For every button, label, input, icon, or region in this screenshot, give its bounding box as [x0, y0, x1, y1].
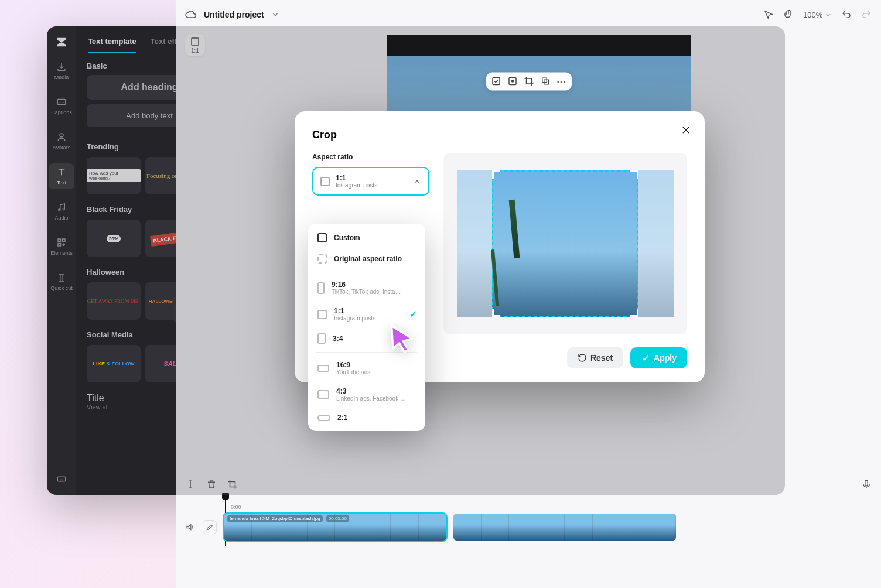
rail-audio[interactable]: Audio — [49, 199, 74, 224]
clip-filename: fernando-brasil-XM_2oqcbpIQ-unsplash.jpg — [227, 515, 323, 522]
delete-icon[interactable] — [206, 479, 217, 490]
ratio-option-16-9[interactable]: 16:9YouTube ads — [308, 355, 425, 381]
ratio-option-2-1[interactable]: 2:1 — [308, 408, 425, 428]
undo-icon[interactable] — [841, 9, 852, 20]
more-icon[interactable]: ⋯ — [556, 76, 567, 87]
ratio-icon — [317, 282, 325, 294]
svg-rect-4 — [58, 239, 61, 242]
text-cursor-icon[interactable] — [185, 479, 196, 490]
timeline: 0:00 fernando-brasil-XM_2oqcbpIQ-unsplas… — [176, 471, 881, 588]
animate-icon[interactable] — [507, 76, 518, 87]
modal-title: Crop — [312, 129, 687, 141]
layer-icon[interactable] — [540, 76, 551, 87]
timeline-clip[interactable] — [453, 514, 676, 541]
ratio-option-original[interactable]: Original aspect ratio — [308, 248, 425, 269]
clip-duration: 00:05:00 — [326, 515, 349, 522]
svg-rect-7 — [57, 477, 66, 481]
crop-handle-tr[interactable] — [630, 170, 638, 179]
svg-rect-0 — [57, 100, 66, 105]
reset-button[interactable]: Reset — [567, 347, 623, 368]
crop-mask — [638, 170, 674, 317]
selected-check-icon: ✓ — [409, 309, 417, 320]
rail-captions[interactable]: Captions — [49, 93, 74, 119]
ratio-square-icon — [320, 177, 330, 186]
svg-point-1 — [60, 134, 63, 137]
ratio-option-4-3[interactable]: 4:3LinkedIn ads, Facebook vid… — [308, 381, 425, 408]
ratio-option-custom[interactable]: Custom — [308, 227, 425, 248]
ratio-chip-label: 1:1 — [191, 47, 199, 54]
ratio-icon — [191, 37, 199, 46]
topbar: Untitled project 100% — [176, 0, 881, 29]
cloud-sync-icon — [185, 9, 197, 20]
rail-text[interactable]: Text — [49, 163, 74, 189]
nav-rail: Media Captions Avatars Text Audio Elemen… — [47, 26, 76, 495]
mic-icon[interactable] — [861, 479, 872, 490]
canvas-ratio-chip[interactable]: 1:1 — [185, 34, 205, 56]
svg-point-10 — [512, 80, 514, 82]
rail-keyboard-icon[interactable] — [49, 470, 74, 488]
crop-icon[interactable] — [227, 479, 238, 490]
section-sm-title: Social Media — [87, 330, 133, 339]
project-menu-chevron-icon[interactable] — [271, 11, 279, 19]
aspect-ratio-label: Aspect ratio — [312, 153, 429, 161]
svg-rect-6 — [58, 244, 61, 247]
svg-rect-5 — [63, 239, 66, 242]
ratio-icon — [317, 310, 327, 319]
redo-icon[interactable] — [861, 9, 872, 20]
ratio-icon — [317, 390, 329, 399]
selected-ratio: 1:1 — [336, 174, 377, 182]
svg-point-2 — [59, 209, 60, 211]
svg-point-3 — [63, 208, 64, 210]
timeline-clip[interactable]: fernando-brasil-XM_2oqcbpIQ-unsplash.jpg… — [224, 514, 446, 541]
timecode: 0:00 — [231, 504, 872, 510]
crop-handle-bl[interactable] — [492, 309, 500, 317]
track-edit-icon[interactable] — [203, 520, 217, 534]
select-tool-icon[interactable] — [763, 9, 774, 20]
aspect-ratio-select[interactable]: 1:1 Instagram posts — [312, 167, 429, 196]
crop-preview — [443, 153, 687, 334]
zoom-level[interactable]: 100% — [803, 11, 832, 19]
custom-crop-icon — [317, 233, 327, 242]
crop-tool-icon[interactable] — [524, 76, 534, 87]
template-thumb[interactable]: GET AWAY FROM ME! — [87, 282, 141, 320]
replace-icon[interactable] — [491, 76, 501, 87]
section-hw-title: Halloween — [87, 268, 124, 276]
svg-rect-8 — [493, 78, 500, 85]
ratio-icon — [317, 333, 326, 344]
check-icon — [641, 353, 650, 363]
apply-button[interactable]: Apply — [630, 347, 687, 368]
crop-frame[interactable] — [492, 170, 638, 317]
cursor-pointer-icon — [387, 322, 417, 355]
template-thumb[interactable]: LIKE & FOLLOW — [87, 345, 141, 382]
ratio-option-9-16[interactable]: 9:16TikTok, TikTok ads, Instagr… — [308, 275, 425, 301]
crop-handle-tl[interactable] — [492, 170, 500, 179]
rail-quickcut[interactable]: Quick cut — [49, 269, 74, 295]
ratio-icon — [317, 365, 329, 372]
crop-mask — [457, 170, 492, 317]
chevron-up-icon — [413, 177, 421, 186]
svg-rect-13 — [865, 480, 868, 486]
hand-tool-icon[interactable] — [783, 9, 794, 20]
project-name[interactable]: Untitled project — [204, 10, 264, 19]
template-thumb[interactable]: How was your weekend? — [87, 157, 141, 194]
crop-handle-br[interactable] — [630, 309, 638, 317]
volume-icon[interactable] — [185, 522, 196, 532]
canvas-floating-toolbar: ⋯ — [486, 73, 572, 91]
ratio-icon — [317, 415, 330, 421]
close-icon[interactable] — [680, 124, 692, 136]
original-ratio-icon — [317, 254, 327, 264]
section-trending-title: Trending — [87, 142, 119, 151]
app-logo-icon — [55, 36, 68, 49]
rail-elements[interactable]: Elements — [49, 234, 74, 259]
section-bf-title: Black Friday — [87, 205, 132, 214]
template-thumb[interactable]: 50% — [87, 220, 141, 257]
rail-avatars[interactable]: Avatars — [49, 128, 74, 154]
preview-image[interactable] — [457, 170, 674, 317]
selected-ratio-desc: Instagram posts — [336, 182, 377, 189]
rail-media[interactable]: Media — [49, 58, 74, 84]
tab-text-template[interactable]: Text template — [88, 37, 136, 53]
reset-icon — [578, 353, 587, 363]
